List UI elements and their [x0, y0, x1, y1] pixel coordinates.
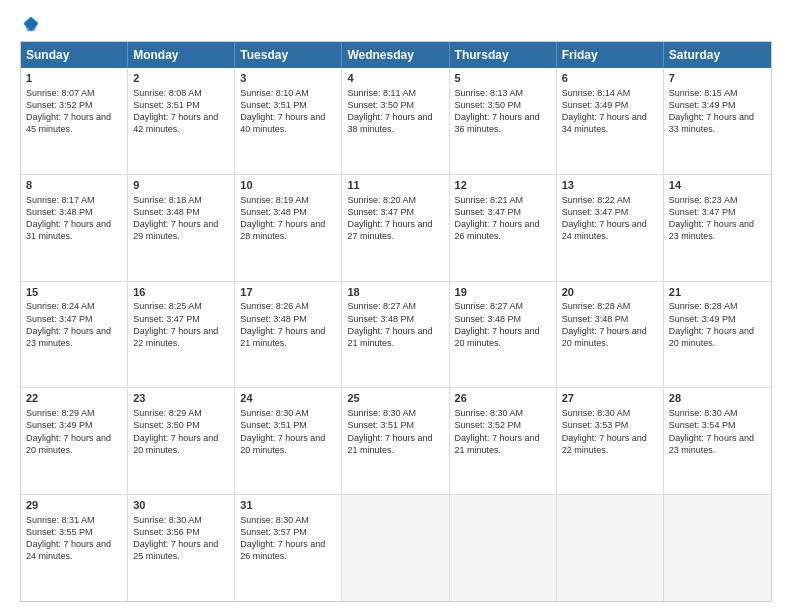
calendar-cell: 27Sunrise: 8:30 AMSunset: 3:53 PMDayligh…	[557, 388, 664, 494]
calendar-cell: 24Sunrise: 8:30 AMSunset: 3:51 PMDayligh…	[235, 388, 342, 494]
day-number: 20	[562, 285, 658, 300]
daylight-text: Daylight: 7 hours and 27 minutes.	[347, 218, 443, 242]
sunrise-text: Sunrise: 8:30 AM	[240, 407, 336, 419]
calendar-cell: 4Sunrise: 8:11 AMSunset: 3:50 PMDaylight…	[342, 68, 449, 174]
day-number: 24	[240, 391, 336, 406]
day-number: 11	[347, 178, 443, 193]
day-number: 26	[455, 391, 551, 406]
daylight-text: Daylight: 7 hours and 38 minutes.	[347, 111, 443, 135]
header-cell-saturday: Saturday	[664, 42, 771, 68]
day-number: 18	[347, 285, 443, 300]
daylight-text: Daylight: 7 hours and 21 minutes.	[347, 432, 443, 456]
daylight-text: Daylight: 7 hours and 20 minutes.	[133, 432, 229, 456]
sunset-text: Sunset: 3:48 PM	[133, 206, 229, 218]
day-number: 21	[669, 285, 766, 300]
calendar-row-3: 15Sunrise: 8:24 AMSunset: 3:47 PMDayligh…	[21, 282, 771, 389]
calendar-cell: 16Sunrise: 8:25 AMSunset: 3:47 PMDayligh…	[128, 282, 235, 388]
svg-marker-1	[24, 17, 38, 31]
sunrise-text: Sunrise: 8:14 AM	[562, 87, 658, 99]
day-number: 22	[26, 391, 122, 406]
header-cell-wednesday: Wednesday	[342, 42, 449, 68]
page: SundayMondayTuesdayWednesdayThursdayFrid…	[0, 0, 792, 612]
daylight-text: Daylight: 7 hours and 22 minutes.	[562, 432, 658, 456]
daylight-text: Daylight: 7 hours and 20 minutes.	[669, 325, 766, 349]
sunset-text: Sunset: 3:47 PM	[455, 206, 551, 218]
sunset-text: Sunset: 3:52 PM	[455, 419, 551, 431]
sunset-text: Sunset: 3:48 PM	[240, 206, 336, 218]
calendar-cell: 22Sunrise: 8:29 AMSunset: 3:49 PMDayligh…	[21, 388, 128, 494]
day-number: 30	[133, 498, 229, 513]
day-number: 4	[347, 71, 443, 86]
sunrise-text: Sunrise: 8:10 AM	[240, 87, 336, 99]
calendar-cell: 6Sunrise: 8:14 AMSunset: 3:49 PMDaylight…	[557, 68, 664, 174]
sunrise-text: Sunrise: 8:25 AM	[133, 300, 229, 312]
sunrise-text: Sunrise: 8:13 AM	[455, 87, 551, 99]
sunrise-text: Sunrise: 8:28 AM	[669, 300, 766, 312]
sunset-text: Sunset: 3:51 PM	[347, 419, 443, 431]
day-number: 14	[669, 178, 766, 193]
sunrise-text: Sunrise: 8:30 AM	[669, 407, 766, 419]
sunset-text: Sunset: 3:47 PM	[562, 206, 658, 218]
daylight-text: Daylight: 7 hours and 21 minutes.	[455, 432, 551, 456]
sunset-text: Sunset: 3:47 PM	[347, 206, 443, 218]
calendar-row-4: 22Sunrise: 8:29 AMSunset: 3:49 PMDayligh…	[21, 388, 771, 495]
sunset-text: Sunset: 3:49 PM	[562, 99, 658, 111]
day-number: 28	[669, 391, 766, 406]
sunrise-text: Sunrise: 8:08 AM	[133, 87, 229, 99]
sunset-text: Sunset: 3:50 PM	[133, 419, 229, 431]
day-number: 9	[133, 178, 229, 193]
sunset-text: Sunset: 3:51 PM	[133, 99, 229, 111]
calendar-cell: 3Sunrise: 8:10 AMSunset: 3:51 PMDaylight…	[235, 68, 342, 174]
calendar-cell: 28Sunrise: 8:30 AMSunset: 3:54 PMDayligh…	[664, 388, 771, 494]
sunset-text: Sunset: 3:53 PM	[562, 419, 658, 431]
sunset-text: Sunset: 3:52 PM	[26, 99, 122, 111]
day-number: 10	[240, 178, 336, 193]
calendar-body: 1Sunrise: 8:07 AMSunset: 3:52 PMDaylight…	[21, 68, 771, 601]
day-number: 27	[562, 391, 658, 406]
day-number: 1	[26, 71, 122, 86]
day-number: 29	[26, 498, 122, 513]
day-number: 2	[133, 71, 229, 86]
day-number: 19	[455, 285, 551, 300]
day-number: 25	[347, 391, 443, 406]
calendar-cell	[557, 495, 664, 601]
sunset-text: Sunset: 3:47 PM	[669, 206, 766, 218]
daylight-text: Daylight: 7 hours and 45 minutes.	[26, 111, 122, 135]
calendar-cell: 31Sunrise: 8:30 AMSunset: 3:57 PMDayligh…	[235, 495, 342, 601]
sunrise-text: Sunrise: 8:20 AM	[347, 194, 443, 206]
daylight-text: Daylight: 7 hours and 36 minutes.	[455, 111, 551, 135]
sunrise-text: Sunrise: 8:31 AM	[26, 514, 122, 526]
header	[20, 15, 772, 33]
sunset-text: Sunset: 3:50 PM	[455, 99, 551, 111]
calendar-cell: 2Sunrise: 8:08 AMSunset: 3:51 PMDaylight…	[128, 68, 235, 174]
calendar-cell: 18Sunrise: 8:27 AMSunset: 3:48 PMDayligh…	[342, 282, 449, 388]
daylight-text: Daylight: 7 hours and 20 minutes.	[240, 432, 336, 456]
day-number: 7	[669, 71, 766, 86]
calendar-cell: 25Sunrise: 8:30 AMSunset: 3:51 PMDayligh…	[342, 388, 449, 494]
daylight-text: Daylight: 7 hours and 33 minutes.	[669, 111, 766, 135]
daylight-text: Daylight: 7 hours and 31 minutes.	[26, 218, 122, 242]
daylight-text: Daylight: 7 hours and 21 minutes.	[240, 325, 336, 349]
calendar-cell: 12Sunrise: 8:21 AMSunset: 3:47 PMDayligh…	[450, 175, 557, 281]
sunrise-text: Sunrise: 8:24 AM	[26, 300, 122, 312]
daylight-text: Daylight: 7 hours and 23 minutes.	[669, 432, 766, 456]
sunset-text: Sunset: 3:48 PM	[347, 313, 443, 325]
sunrise-text: Sunrise: 8:29 AM	[26, 407, 122, 419]
daylight-text: Daylight: 7 hours and 42 minutes.	[133, 111, 229, 135]
calendar-row-5: 29Sunrise: 8:31 AMSunset: 3:55 PMDayligh…	[21, 495, 771, 601]
sunrise-text: Sunrise: 8:21 AM	[455, 194, 551, 206]
calendar-cell: 5Sunrise: 8:13 AMSunset: 3:50 PMDaylight…	[450, 68, 557, 174]
sunset-text: Sunset: 3:49 PM	[26, 419, 122, 431]
sunrise-text: Sunrise: 8:22 AM	[562, 194, 658, 206]
sunrise-text: Sunrise: 8:17 AM	[26, 194, 122, 206]
daylight-text: Daylight: 7 hours and 28 minutes.	[240, 218, 336, 242]
calendar: SundayMondayTuesdayWednesdayThursdayFrid…	[20, 41, 772, 602]
sunrise-text: Sunrise: 8:30 AM	[240, 514, 336, 526]
day-number: 6	[562, 71, 658, 86]
daylight-text: Daylight: 7 hours and 24 minutes.	[562, 218, 658, 242]
daylight-text: Daylight: 7 hours and 34 minutes.	[562, 111, 658, 135]
daylight-text: Daylight: 7 hours and 26 minutes.	[240, 538, 336, 562]
sunset-text: Sunset: 3:49 PM	[669, 313, 766, 325]
calendar-cell: 14Sunrise: 8:23 AMSunset: 3:47 PMDayligh…	[664, 175, 771, 281]
sunrise-text: Sunrise: 8:30 AM	[562, 407, 658, 419]
